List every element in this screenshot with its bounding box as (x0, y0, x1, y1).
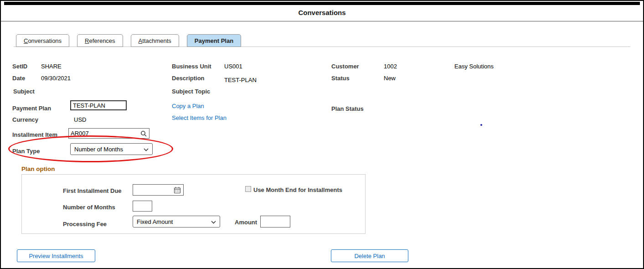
payment-plan-page: Conversations Conversations References A… (0, 0, 644, 269)
business-unit-value: US001 (224, 63, 242, 70)
plan-status-label: Plan Status (331, 105, 364, 112)
preview-installments-button[interactable]: Preview Installments (17, 249, 95, 262)
payment-plan-label: Payment Plan (12, 105, 51, 112)
setid-label: SetID (12, 63, 27, 70)
business-unit-label: Business Unit (172, 63, 211, 70)
first-installment-due-field (133, 184, 184, 196)
customer-name-value: Easy Solutions (454, 63, 494, 70)
tab-label: ttachments (142, 37, 171, 44)
search-icon[interactable] (138, 130, 149, 137)
installment-item-field (68, 128, 149, 139)
tab-label: A (139, 37, 143, 44)
number-of-months-input[interactable] (133, 201, 152, 212)
installment-item-label: Installment Item (12, 131, 57, 138)
subject-topic-label: Subject Topic (172, 88, 210, 95)
setid-value: SHARE (41, 63, 62, 70)
date-label: Date (12, 75, 25, 82)
tab-label: onversations (28, 37, 62, 44)
subject-label: Subject (13, 88, 35, 95)
currency-value: USD (74, 116, 86, 123)
tab-label: R (85, 37, 89, 44)
number-of-months-label: Number of Months (63, 204, 115, 211)
tab-payment-plan[interactable]: Payment Plan (187, 34, 241, 47)
status-value: New (384, 75, 396, 82)
processing-fee-select[interactable]: Fixed Amount (133, 216, 220, 228)
chevron-down-icon (211, 218, 216, 225)
processing-fee-label: Processing Fee (63, 221, 107, 228)
plan-option-title: Plan option (21, 166, 55, 172)
installment-item-input[interactable] (69, 129, 138, 137)
calendar-icon[interactable] (171, 186, 183, 194)
page-title: Conversations (1, 9, 643, 16)
amount-label: Amount (235, 219, 257, 226)
use-month-end-checkbox[interactable] (245, 186, 251, 192)
tab-label: eferences (89, 37, 115, 44)
description-value: TEST-PLAN (224, 77, 257, 83)
currency-label: Currency (12, 116, 38, 123)
chevron-down-icon (144, 146, 149, 153)
tab-label: C (24, 37, 28, 44)
first-installment-due-label: First Installment Due (63, 187, 122, 194)
first-installment-due-input[interactable] (133, 186, 171, 194)
tab-attachments[interactable]: Attachments (131, 34, 179, 47)
tab-label: Payment Plan (195, 37, 233, 44)
select-items-for-plan-link[interactable]: Select Items for Plan (172, 114, 227, 121)
copy-a-plan-link[interactable]: Copy a Plan (172, 103, 204, 109)
payment-plan-input[interactable] (70, 100, 127, 110)
top-bar (4, 2, 640, 5)
tab-conversations[interactable]: Conversations (16, 34, 69, 47)
amount-input[interactable] (260, 216, 290, 228)
tab-references[interactable]: References (77, 34, 123, 47)
plan-type-select[interactable]: Number of Months (70, 143, 153, 155)
customer-label: Customer (331, 63, 359, 70)
use-month-end-label: Use Month End for Installments (253, 186, 342, 193)
customer-id-value: 1002 (384, 63, 397, 70)
delete-plan-button[interactable]: Delete Plan (331, 249, 408, 262)
stray-dot-annotation (480, 124, 482, 126)
processing-fee-value: Fixed Amount (137, 218, 173, 225)
description-label: Description (172, 75, 205, 82)
plan-type-label: Plan Type (12, 148, 40, 155)
status-label: Status (331, 75, 350, 82)
title-divider (1, 21, 643, 21)
date-value: 09/30/2021 (41, 75, 71, 82)
plan-option-group: First Installment Due Use Month End for … (21, 174, 366, 234)
tab-bar: Conversations References Attachments Pay… (16, 34, 241, 47)
plan-type-value: Number of Months (74, 146, 123, 153)
